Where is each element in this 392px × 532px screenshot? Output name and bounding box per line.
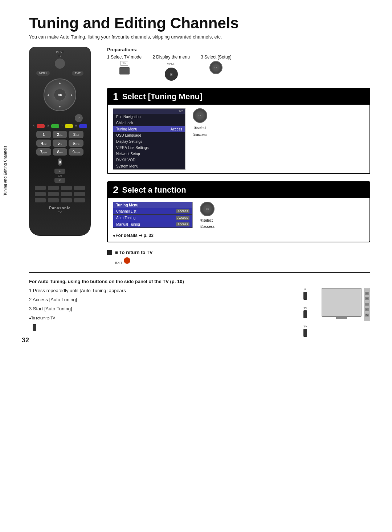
menu-item-eco: Eco Navigation xyxy=(113,114,185,120)
blue-button[interactable] xyxy=(79,124,87,128)
num-1-button[interactable]: 1 xyxy=(36,131,51,138)
return-tv-label: ■ To return to TV xyxy=(115,250,153,255)
side-av-btn[interactable]: AV xyxy=(365,314,369,317)
ok-button[interactable]: OK xyxy=(54,89,66,101)
extra-btn-4[interactable] xyxy=(74,186,85,190)
extra-btn-7[interactable] xyxy=(61,192,72,196)
f-buttons-col: F TV TV xyxy=(300,288,311,337)
nav-right-icon[interactable]: ► xyxy=(70,93,73,97)
f-btn-top xyxy=(303,292,307,300)
side-minus-btn[interactable]: - xyxy=(365,303,369,306)
prep-step-3: 3 Select [Setup] OK xyxy=(201,55,232,76)
page-number: 32 xyxy=(22,336,29,344)
menu-item-divx: DivX® VOD xyxy=(113,157,185,163)
details-note: ●For details ➡ p. 33 xyxy=(113,233,154,238)
step2-number: 2 xyxy=(113,184,119,196)
ch-up-button[interactable]: ∧ xyxy=(54,169,65,174)
bottom-content: 1 Press repeatedly until [Auto Tuning] a… xyxy=(29,288,370,337)
bottom-section: For Auto Tuning, using the buttons on th… xyxy=(29,272,370,337)
step1-select-hint: ①select xyxy=(194,126,207,130)
extra-btn-9[interactable] xyxy=(35,198,46,202)
right-col: Preparations: 1 Select TV mode TV 2 Disp… xyxy=(107,47,370,265)
tv-stand xyxy=(336,317,347,319)
num-4-button[interactable]: 4ghi xyxy=(36,140,51,147)
side-f-btn[interactable]: F xyxy=(365,292,369,295)
return-button[interactable]: ↩ xyxy=(75,114,83,122)
step1-title: Select [Tuning Menu] xyxy=(122,92,203,101)
extra-btn-6[interactable] xyxy=(48,192,59,196)
step1-section: 1 Select [Tuning Menu] 1/2 Eco Navigatio… xyxy=(107,88,370,174)
page-subtitle: You can make Auto Tuning, listing your f… xyxy=(29,34,370,40)
num-5-button[interactable]: 5jkl xyxy=(53,140,68,147)
tv-device: F + - TV AV xyxy=(322,288,370,337)
f-btn-mid xyxy=(303,310,307,318)
yellow-button[interactable] xyxy=(65,124,73,128)
step2-header: 2 Select a function xyxy=(108,182,369,198)
exit-button-icon[interactable] xyxy=(124,257,130,264)
step1-nav-hint: OK ①select ②access xyxy=(193,108,207,137)
f-btn-bottom xyxy=(303,329,307,337)
nav-left-icon[interactable]: ◄ xyxy=(46,93,49,97)
remote-tv-label: TV xyxy=(33,211,87,214)
menu-item-system: System Menu xyxy=(113,163,185,169)
extra-btn-11[interactable] xyxy=(61,198,72,202)
extra-btn-10[interactable] xyxy=(48,198,59,202)
num-7-button[interactable]: 7pqrs xyxy=(36,148,51,156)
exit-label: EXIT xyxy=(115,261,122,265)
menu-header-bar: 1/2 xyxy=(113,109,185,114)
main-content: INPUT TV MENU EXIT ▲ ▼ xyxy=(29,47,370,265)
exit-button[interactable]: EXIT xyxy=(72,71,83,76)
extra-btn-3[interactable] xyxy=(61,186,72,190)
nav-up-icon[interactable]: ▲ xyxy=(58,81,61,85)
menu-item-network: Network Setup xyxy=(113,151,185,157)
extra-btn-12[interactable] xyxy=(74,198,85,202)
brand-logo: Panasonic xyxy=(33,206,87,210)
num-3-button[interactable]: 3def xyxy=(69,131,83,138)
menu-icon: ▣ xyxy=(165,68,178,81)
num-0-button[interactable]: 0 xyxy=(58,158,62,166)
remote-col: INPUT TV MENU EXIT ▲ ▼ xyxy=(29,47,96,265)
side-plus-btn[interactable]: + xyxy=(365,297,369,300)
num-9-button[interactable]: 9wxyz xyxy=(69,148,83,156)
menu-button[interactable]: MENU xyxy=(36,71,50,76)
page-indicator: 1/2 xyxy=(178,109,183,113)
sidebar-label: Tuning and Editing Channels xyxy=(0,127,10,214)
step2-nav-btn: OK xyxy=(200,202,215,216)
tv-side-panel: F + - TV AV xyxy=(364,288,370,321)
num-2-button[interactable]: 2abc xyxy=(53,131,68,138)
step2-section: 2 Select a function Tuning Menu Channel … xyxy=(107,181,370,242)
step1-header: 1 Select [Tuning Menu] xyxy=(108,89,369,105)
num-8-button[interactable]: 8tuv xyxy=(53,148,68,156)
menu-item-tuning[interactable]: Tuning MenuAccess xyxy=(113,126,185,132)
tuning-row-manual[interactable]: Manual Tuning Access xyxy=(113,221,192,228)
extra-btn-5[interactable] xyxy=(35,192,46,196)
extra-btn-2[interactable] xyxy=(48,186,59,190)
navigation-ring[interactable]: ▲ ▼ ◄ ► OK xyxy=(44,78,76,111)
tuning-row-auto[interactable]: Auto Tuning Access xyxy=(113,215,192,221)
ch-down-button[interactable]: ∨ xyxy=(54,178,65,183)
preparations: Preparations: 1 Select TV mode TV 2 Disp… xyxy=(107,47,370,82)
prep-steps: 1 Select TV mode TV 2 Display the menu M… xyxy=(107,55,370,82)
side-tv-btn[interactable]: TV xyxy=(365,308,369,311)
menu-item-childlock: Child Lock xyxy=(113,120,185,126)
nav-down-icon[interactable]: ▼ xyxy=(58,105,61,108)
step2-title: Select a function xyxy=(122,185,186,195)
step1-access-hint: ②access xyxy=(193,133,207,137)
num-6-button[interactable]: 6mno xyxy=(69,140,83,147)
tuning-table: Tuning Menu Channel List Access Auto Tun… xyxy=(113,202,193,228)
bottom-step-2: 2 Access [Auto Tuning] xyxy=(29,297,289,302)
power-button[interactable] xyxy=(55,59,65,69)
step1-number: 1 xyxy=(113,91,119,102)
extra-btn-8[interactable] xyxy=(74,192,85,196)
menu-item-viera: VIERA Link Settings xyxy=(113,145,185,151)
remote-control: INPUT TV MENU EXIT ▲ ▼ xyxy=(29,47,91,236)
extra-buttons xyxy=(33,186,87,202)
tuning-row-channel[interactable]: Channel List Access xyxy=(113,208,192,215)
page: Tuning and Editing Channels Tuning and E… xyxy=(0,0,392,351)
extra-btn-1[interactable] xyxy=(35,186,46,190)
red-button[interactable] xyxy=(37,124,45,128)
step1-body: 1/2 Eco Navigation Child Lock Tuning Men… xyxy=(108,105,369,173)
step2-access-hint: ②access xyxy=(200,225,215,229)
step2-body: Tuning Menu Channel List Access Auto Tun… xyxy=(108,198,369,232)
green-button[interactable] xyxy=(51,124,59,128)
